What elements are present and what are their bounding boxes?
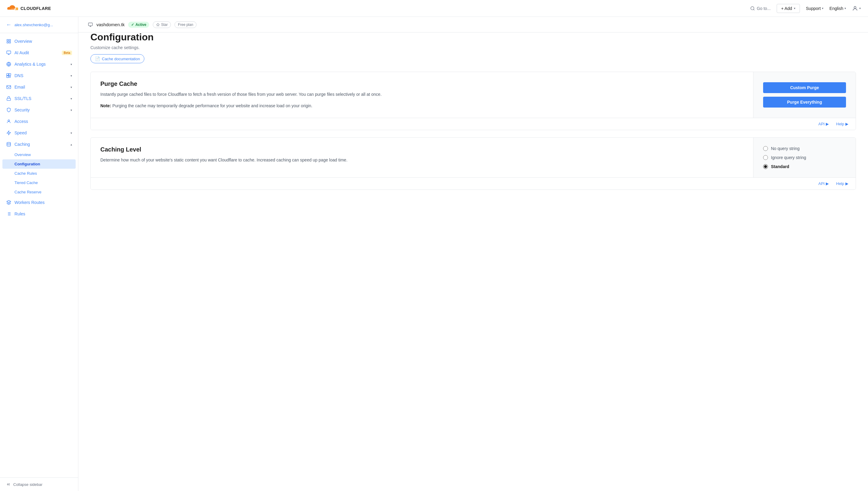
overview-icon	[6, 38, 11, 44]
add-button[interactable]: + Add ▾	[777, 4, 800, 13]
sidebar-item-label: Security	[15, 108, 67, 112]
radio-ignore-query-string[interactable]: Ignore query string	[763, 155, 846, 160]
back-arrow-icon: ←	[6, 22, 11, 28]
sidebar-navigation: Overview AI Audit Beta Analytics & Logs …	[0, 33, 78, 207]
doc-link-label: Cache documentation	[102, 57, 140, 61]
radio-label: Ignore query string	[771, 155, 806, 160]
sidebar-item-access[interactable]: Access	[0, 116, 78, 127]
domain-name: vashdomen.tk	[96, 22, 124, 27]
cache-documentation-link[interactable]: 📄 Cache documentation	[90, 54, 144, 63]
svg-marker-15	[7, 131, 10, 135]
sidebar-item-label: Access	[15, 119, 72, 124]
svg-marker-17	[7, 200, 10, 202]
speed-caret-icon: ▾	[71, 131, 72, 135]
add-label: + Add	[781, 6, 792, 11]
star-icon	[156, 23, 160, 27]
radio-no-query-string-input[interactable]	[763, 146, 768, 151]
page-subtitle: Customize cache settings.	[90, 45, 856, 50]
doc-link-icon: 📄	[95, 56, 100, 61]
beta-badge: Beta	[62, 51, 72, 55]
account-nav[interactable]: ← alex.shevchenko@g...	[0, 17, 78, 33]
svg-rect-6	[7, 51, 10, 54]
sidebar-item-caching[interactable]: Caching ▴	[0, 139, 78, 150]
purge-cache-note: Note: Purging the cache may temporarily …	[101, 103, 744, 109]
sidebar-item-analytics-logs[interactable]: Analytics & Logs ▾	[0, 58, 78, 70]
cloudflare-logo[interactable]: CLOUDFLARE	[7, 5, 51, 12]
radio-standard-input[interactable]	[763, 164, 768, 169]
caching-level-api-link[interactable]: API ▶	[818, 181, 829, 186]
ai-audit-icon	[6, 50, 11, 55]
sidebar-item-label: DNS	[15, 73, 67, 78]
speed-icon	[6, 130, 11, 136]
sidebar-item-label: Analytics & Logs	[15, 62, 67, 66]
sidebar: ← alex.shevchenko@g... Overview AI Audit…	[0, 17, 78, 207]
caching-icon	[6, 142, 11, 147]
help-arrow-icon: ▶	[845, 181, 848, 186]
support-menu[interactable]: Support ▾	[806, 6, 823, 11]
language-menu[interactable]: English ▾	[830, 6, 846, 11]
svg-rect-2	[7, 39, 8, 41]
language-chevron-icon: ▾	[844, 7, 846, 10]
svg-rect-9	[9, 74, 11, 75]
caching-level-description: Determine how much of your website's sta…	[101, 156, 744, 163]
user-icon	[852, 5, 858, 11]
svg-point-14	[8, 120, 9, 121]
caching-level-options: No query string Ignore query string Stan…	[753, 138, 856, 177]
purge-everything-button[interactable]: Purge Everything	[763, 97, 846, 108]
main-content: Caching Configuration Customize cache se…	[78, 16, 868, 207]
sidebar-sub-tiered-cache[interactable]: Tiered Cache	[0, 178, 78, 187]
email-caret-icon: ▾	[71, 86, 72, 89]
svg-point-11	[9, 76, 10, 78]
svg-point-1	[854, 6, 856, 8]
caching-level-title: Caching Level	[101, 146, 744, 153]
goto-button[interactable]: Go to...	[750, 6, 771, 11]
sidebar-item-ai-audit[interactable]: AI Audit Beta	[0, 47, 78, 58]
dns-caret-icon: ▾	[71, 74, 72, 78]
sidebar-item-overview[interactable]: Overview	[0, 35, 78, 47]
caching-level-help-link[interactable]: Help ▶	[836, 181, 848, 186]
custom-purge-button[interactable]: Custom Purge	[763, 82, 846, 93]
shield-icon	[6, 107, 11, 113]
purge-cache-card: Purge Cache Instantly purge cached files…	[90, 72, 856, 130]
purge-cache-help-link[interactable]: Help ▶	[836, 122, 848, 126]
sidebar-item-speed[interactable]: Speed ▾	[0, 127, 78, 139]
user-chevron-icon: ▾	[859, 7, 861, 10]
purge-cache-actions: Custom Purge Purge Everything	[753, 72, 856, 118]
sidebar-item-workers-routes[interactable]: Workers Routes	[0, 197, 78, 207]
purge-cache-footer: API ▶ Help ▶	[91, 118, 856, 130]
svg-rect-13	[7, 98, 10, 100]
caching-level-card: Caching Level Determine how much of your…	[90, 137, 856, 190]
sidebar-sub-cache-rules[interactable]: Cache Rules	[0, 169, 78, 178]
sub-item-label: Overview	[15, 152, 31, 157]
sidebar-sub-caching-overview[interactable]: Overview	[0, 150, 78, 160]
radio-ignore-query-string-input[interactable]	[763, 155, 768, 160]
sidebar-item-email[interactable]: Email ▾	[0, 81, 78, 93]
purge-cache-content: Purge Cache Instantly purge cached files…	[91, 72, 753, 118]
star-badge[interactable]: Star	[153, 21, 171, 28]
note-text: Purging the cache may temporarily degrad…	[112, 103, 312, 108]
radio-label: No query string	[771, 146, 800, 151]
dns-icon	[6, 73, 11, 78]
logo-text: CLOUDFLARE	[21, 6, 51, 11]
radio-standard[interactable]: Standard	[763, 164, 846, 169]
radio-no-query-string[interactable]: No query string	[763, 146, 846, 151]
svg-rect-4	[7, 41, 8, 43]
purge-cache-api-link[interactable]: API ▶	[818, 122, 829, 126]
purge-cache-description: Instantly purge cached files to force Cl…	[101, 91, 744, 97]
svg-rect-24	[88, 23, 92, 26]
user-menu[interactable]: ▾	[852, 5, 861, 11]
sidebar-item-security[interactable]: Security ▾	[0, 104, 78, 116]
caching-level-radio-group: No query string Ignore query string Stan…	[763, 146, 846, 169]
ssl-caret-icon: ▾	[71, 97, 72, 100]
sidebar-sub-cache-reserve[interactable]: Cache Reserve	[0, 187, 78, 197]
sidebar-item-dns[interactable]: DNS ▾	[0, 70, 78, 81]
sidebar-item-ssl-tls[interactable]: SSL/TLS ▾	[0, 93, 78, 104]
svg-marker-25	[157, 23, 160, 26]
sidebar-item-label: Speed	[15, 131, 67, 135]
sidebar-item-label: Workers Routes	[15, 200, 72, 205]
sidebar-sub-caching-configuration[interactable]: Configuration	[2, 160, 76, 169]
api-arrow-icon: ▶	[826, 122, 829, 126]
domain-icon	[88, 22, 93, 27]
plan-badge: Free plan	[174, 21, 196, 28]
purge-cache-title: Purge Cache	[101, 80, 744, 87]
